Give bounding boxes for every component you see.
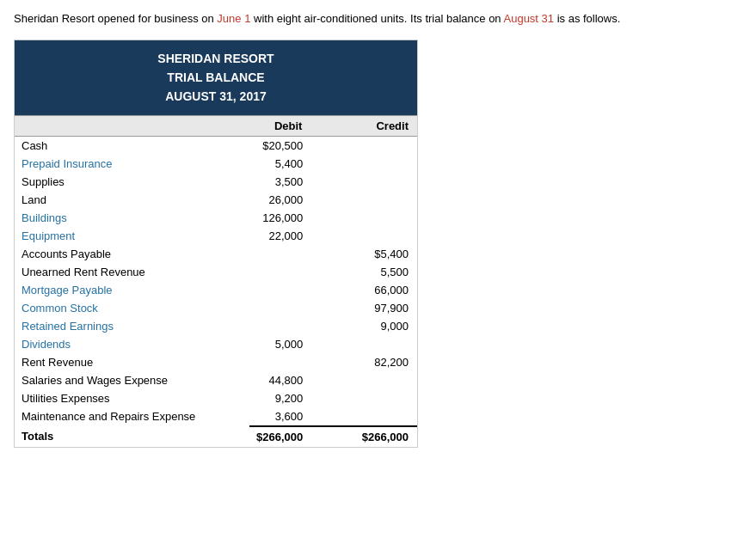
debit-value bbox=[249, 245, 337, 263]
account-name: Accounts Payable bbox=[15, 245, 249, 263]
account-name: Supplies bbox=[15, 173, 249, 191]
table-row: Unearned Rent Revenue5,500 bbox=[15, 263, 417, 281]
credit-value: 9,000 bbox=[337, 317, 417, 335]
account-name: Cash bbox=[15, 137, 249, 155]
table-row: Mortgage Payable66,000 bbox=[15, 281, 417, 299]
account-name: Salaries and Wages Expense bbox=[15, 371, 249, 389]
account-name: Unearned Rent Revenue bbox=[15, 263, 249, 281]
table-header: SHERIDAN RESORT TRIAL BALANCE AUGUST 31,… bbox=[15, 40, 417, 115]
account-name: Maintenance and Repairs Expense bbox=[15, 407, 249, 426]
debit-value: 3,600 bbox=[249, 407, 337, 426]
debit-value: 5,400 bbox=[249, 155, 337, 173]
debit-value: 44,800 bbox=[249, 371, 337, 389]
debit-value bbox=[249, 281, 337, 299]
account-name: Prepaid Insurance bbox=[15, 155, 249, 173]
credit-value bbox=[337, 389, 417, 407]
column-header-row: Debit Credit bbox=[15, 115, 417, 136]
intro-text-middle1: with eight air-conditioned units. Its tr… bbox=[250, 12, 503, 25]
credit-value bbox=[337, 137, 417, 155]
credit-value bbox=[337, 155, 417, 173]
account-name: Common Stock bbox=[15, 299, 249, 317]
col-debit-header: Debit bbox=[256, 115, 337, 136]
table-row: Accounts Payable$5,400 bbox=[15, 245, 417, 263]
debit-value: $20,500 bbox=[249, 137, 337, 155]
table-row: Prepaid Insurance5,400 bbox=[15, 155, 417, 173]
table-row: Supplies3,500 bbox=[15, 173, 417, 191]
report-date: AUGUST 31, 2017 bbox=[22, 87, 410, 106]
debit-value bbox=[249, 353, 337, 371]
intro-highlight2: August 31 bbox=[504, 12, 555, 25]
account-name: Buildings bbox=[15, 209, 249, 227]
trial-balance-data-table: Cash$20,500Prepaid Insurance5,400Supplie… bbox=[15, 137, 417, 447]
debit-value: 9,200 bbox=[249, 389, 337, 407]
debit-value bbox=[249, 299, 337, 317]
debit-value bbox=[249, 317, 337, 335]
debit-value: 3,500 bbox=[249, 173, 337, 191]
intro-text-end: is as follows. bbox=[554, 12, 620, 25]
table-row: Land26,000 bbox=[15, 191, 417, 209]
table-row: Cash$20,500 bbox=[15, 137, 417, 155]
trial-balance-table: Debit Credit bbox=[15, 115, 417, 137]
table-row: Rent Revenue82,200 bbox=[15, 353, 417, 371]
credit-value bbox=[337, 335, 417, 353]
account-name: Land bbox=[15, 191, 249, 209]
table-row: Buildings126,000 bbox=[15, 209, 417, 227]
trial-balance-container: SHERIDAN RESORT TRIAL BALANCE AUGUST 31,… bbox=[14, 40, 418, 448]
debit-value: 22,000 bbox=[249, 227, 337, 245]
account-name: Equipment bbox=[15, 227, 249, 245]
intro-paragraph: Sheridan Resort opened for business on J… bbox=[14, 10, 742, 28]
debit-value: 5,000 bbox=[249, 335, 337, 353]
credit-value bbox=[337, 209, 417, 227]
table-row: Utilities Expenses9,200 bbox=[15, 389, 417, 407]
totals-credit: $266,000 bbox=[337, 426, 417, 447]
credit-value bbox=[337, 191, 417, 209]
col-credit-header: Credit bbox=[336, 115, 417, 136]
table-row: Equipment22,000 bbox=[15, 227, 417, 245]
debit-value: 26,000 bbox=[249, 191, 337, 209]
company-name: SHERIDAN RESORT bbox=[22, 49, 410, 68]
credit-value bbox=[337, 173, 417, 191]
table-row: Dividends5,000 bbox=[15, 335, 417, 353]
debit-value: 126,000 bbox=[249, 209, 337, 227]
totals-label: Totals bbox=[15, 426, 249, 447]
table-row: Maintenance and Repairs Expense3,600 bbox=[15, 407, 417, 426]
credit-value bbox=[337, 227, 417, 245]
account-name: Rent Revenue bbox=[15, 353, 249, 371]
table-row: Retained Earnings9,000 bbox=[15, 317, 417, 335]
credit-value bbox=[337, 371, 417, 389]
account-name: Utilities Expenses bbox=[15, 389, 249, 407]
credit-value: $5,400 bbox=[337, 245, 417, 263]
report-type: TRIAL BALANCE bbox=[22, 68, 410, 87]
debit-value bbox=[249, 263, 337, 281]
totals-debit: $266,000 bbox=[249, 426, 337, 447]
table-row: Common Stock97,900 bbox=[15, 299, 417, 317]
credit-value: 82,200 bbox=[337, 353, 417, 371]
col-account-header bbox=[15, 115, 256, 136]
intro-text-before: Sheridan Resort opened for business on bbox=[14, 12, 217, 25]
credit-value bbox=[337, 407, 417, 426]
account-name: Retained Earnings bbox=[15, 317, 249, 335]
account-name: Mortgage Payable bbox=[15, 281, 249, 299]
totals-row: Totals $266,000 $266,000 bbox=[15, 426, 417, 447]
intro-highlight1: June 1 bbox=[217, 12, 250, 25]
credit-value: 5,500 bbox=[337, 263, 417, 281]
table-row: Salaries and Wages Expense44,800 bbox=[15, 371, 417, 389]
credit-value: 97,900 bbox=[337, 299, 417, 317]
account-name: Dividends bbox=[15, 335, 249, 353]
credit-value: 66,000 bbox=[337, 281, 417, 299]
